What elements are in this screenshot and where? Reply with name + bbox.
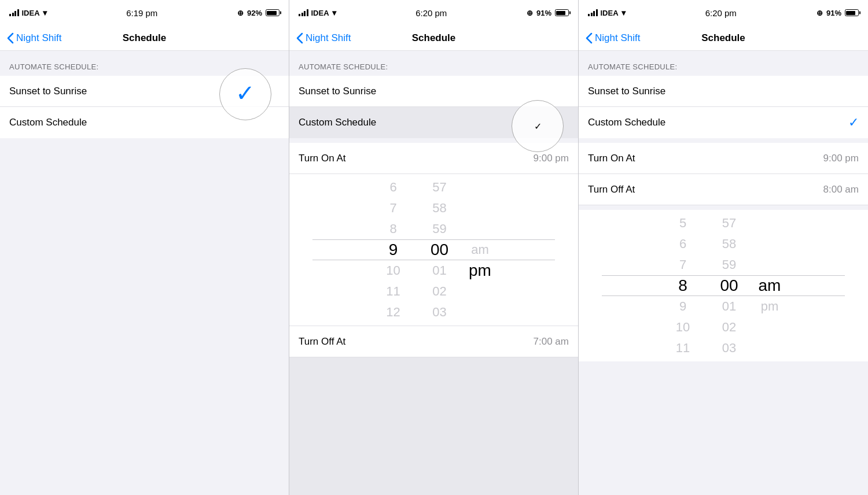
min-00: 00 xyxy=(417,239,463,260)
back-label-3: Night Shift xyxy=(595,32,640,44)
status-bar-1: IDEA ▾ 6:19 pm ⊕ 92% xyxy=(0,0,289,25)
turn-off-label-2: Turn Off At xyxy=(299,336,345,348)
turn-off-row-3[interactable]: Turn Off At 8:00 am xyxy=(579,174,868,205)
custom-label-3: Custom Schedule xyxy=(588,117,665,128)
battery-2 xyxy=(555,9,569,16)
hour-9-3: 9 xyxy=(660,296,706,317)
min-01-3: 01 xyxy=(706,296,752,317)
min-58-3: 58 xyxy=(706,234,752,254)
checkmark-circle-1: ✓ xyxy=(219,68,271,120)
status-left-1: IDEA ▾ xyxy=(9,8,47,17)
back-button-2[interactable]: Night Shift xyxy=(296,32,351,44)
min-02-3: 02 xyxy=(706,317,752,338)
status-left-2: IDEA ▾ xyxy=(299,8,336,17)
sunset-label-2: Sunset to Sunrise xyxy=(299,86,376,97)
check-icon-2: ✓ xyxy=(534,121,542,132)
wifi-icon-3: ▾ xyxy=(621,8,626,17)
time-3: 6:20 pm xyxy=(705,8,737,18)
min-58: 58 xyxy=(417,198,463,219)
hour-5-3: 5 xyxy=(660,213,706,234)
signal-bars-1 xyxy=(9,9,19,16)
min-59-3: 59 xyxy=(706,254,752,275)
section-header-3: AUTOMATE SCHEDULE: xyxy=(579,51,868,76)
custom-label-1: Custom Schedule xyxy=(9,117,87,128)
turn-off-label-3: Turn Off At xyxy=(588,184,635,195)
hour-11: 11 xyxy=(370,281,417,302)
turn-off-row-2[interactable]: Turn Off At 7:00 am xyxy=(289,326,578,357)
am-option-3: am xyxy=(759,275,781,296)
status-right-3: ⊕ 91% xyxy=(816,9,859,17)
min-02: 02 xyxy=(417,281,463,302)
spacer-bottom-3 xyxy=(579,361,868,495)
min-00-3: 00 xyxy=(706,275,752,296)
spacer-3b xyxy=(579,205,868,210)
am-option-1: am xyxy=(471,239,489,260)
time-picker-1[interactable]: 6 7 8 9 10 11 12 57 58 59 00 01 02 03 xyxy=(289,174,578,326)
hour-col-3[interactable]: 5 6 7 8 9 10 11 xyxy=(660,213,706,359)
battery-pct-1: 92% xyxy=(247,9,262,17)
min-57: 57 xyxy=(417,177,463,198)
nav-bar-1: Night Shift Schedule xyxy=(0,25,289,51)
checkmark-3: ✓ xyxy=(848,115,859,130)
custom-schedule-item-3[interactable]: Custom Schedule ✓ xyxy=(579,107,868,138)
turn-on-row-3[interactable]: Turn On At 9:00 pm xyxy=(579,143,868,174)
carrier-1: IDEA xyxy=(22,9,40,17)
turn-off-value-3: 8:00 am xyxy=(823,184,859,195)
hour-10-3: 10 xyxy=(660,317,706,338)
ampm-col-3[interactable]: am pm xyxy=(752,213,787,359)
signal-bars-2 xyxy=(299,9,308,16)
location-icon-2: ⊕ xyxy=(527,9,533,17)
hour-6-3: 6 xyxy=(660,234,706,254)
phone-panel-2: IDEA ▾ 6:20 pm ⊕ 91% Night Shift Schedul… xyxy=(289,0,579,495)
nav-title-3: Schedule xyxy=(701,32,745,44)
turn-off-value-2: 7:00 am xyxy=(534,336,569,348)
hour-7: 7 xyxy=(370,198,417,219)
sunset-label-3: Sunset to Sunrise xyxy=(588,86,665,97)
wifi-icon-1: ▾ xyxy=(43,8,47,17)
nav-bar-2: Night Shift Schedule xyxy=(289,25,578,51)
custom-label-2: Custom Schedule xyxy=(299,117,376,128)
status-left-3: IDEA ▾ xyxy=(588,8,626,17)
nav-title-1: Schedule xyxy=(123,32,167,44)
status-bar-3: IDEA ▾ 6:20 pm ⊕ 91% xyxy=(579,0,868,25)
nav-title-2: Schedule xyxy=(412,32,456,44)
time-picker-3[interactable]: 5 6 7 8 9 10 11 57 58 59 00 01 02 03 xyxy=(579,210,868,361)
status-bar-2: IDEA ▾ 6:20 pm ⊕ 91% xyxy=(289,0,578,25)
min-01: 01 xyxy=(417,260,463,281)
carrier-3: IDEA xyxy=(601,9,619,17)
spacer-3 xyxy=(579,138,868,143)
phone-panel-1: IDEA ▾ 6:19 pm ⊕ 92% Night Shift Schedul… xyxy=(0,0,289,495)
hour-12: 12 xyxy=(370,302,417,323)
ampm-col-1[interactable]: am pm xyxy=(463,177,498,323)
min-03-3: 03 xyxy=(706,338,752,359)
hour-col-1[interactable]: 6 7 8 9 10 11 12 xyxy=(370,177,417,323)
back-button-3[interactable]: Night Shift xyxy=(586,32,640,44)
check-icon-1: ✓ xyxy=(236,80,255,106)
sunset-label-1: Sunset to Sunrise xyxy=(9,86,87,97)
turn-on-value-3: 9:00 pm xyxy=(823,153,859,164)
turn-on-value-2: 9:00 pm xyxy=(534,153,569,164)
phone-panel-3: IDEA ▾ 6:20 pm ⊕ 91% Night Shift Schedul… xyxy=(579,0,868,495)
min-59: 59 xyxy=(417,219,463,239)
hour-8-3: 8 xyxy=(660,275,706,296)
time-1: 6:19 pm xyxy=(126,8,157,18)
battery-pct-2: 91% xyxy=(536,9,551,17)
location-icon-3: ⊕ xyxy=(816,9,823,17)
hour-7-3: 7 xyxy=(660,254,706,275)
nav-bar-3: Night Shift Schedule xyxy=(579,25,868,51)
hour-6: 6 xyxy=(370,177,417,198)
turn-on-label-3: Turn On At xyxy=(588,153,635,164)
picker-collapsed-2 xyxy=(289,357,578,495)
minute-col-1[interactable]: 57 58 59 00 01 02 03 xyxy=(417,177,463,323)
min-03: 03 xyxy=(417,302,463,323)
turn-on-label-2: Turn On At xyxy=(299,153,346,164)
hour-11-3: 11 xyxy=(660,338,706,359)
back-button-1[interactable]: Night Shift xyxy=(7,32,61,44)
back-label-1: Night Shift xyxy=(16,32,61,44)
battery-3 xyxy=(845,9,859,16)
minute-col-3[interactable]: 57 58 59 00 01 02 03 xyxy=(706,213,752,359)
list-group-3: Sunset to Sunrise Custom Schedule ✓ xyxy=(579,76,868,138)
carrier-2: IDEA xyxy=(311,9,329,17)
checkmark-circle-2: ✓ xyxy=(512,100,564,152)
sunset-to-sunrise-item-3[interactable]: Sunset to Sunrise xyxy=(579,76,868,107)
